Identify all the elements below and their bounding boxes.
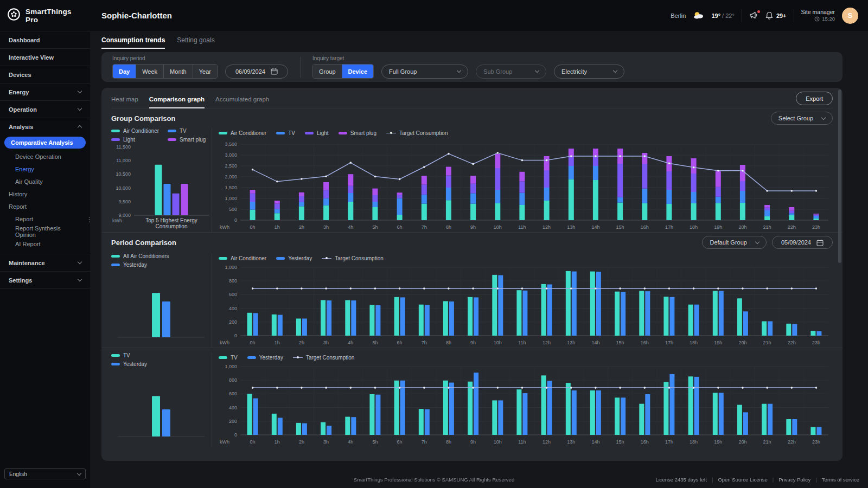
sidebar-item-operation[interactable]: Operation [0,101,90,118]
sidebar-item-interactive-view[interactable]: Interactive View [0,49,90,66]
legend-item[interactable]: Smart plug [339,130,376,136]
chevron-down-icon [77,471,81,475]
legend-item[interactable]: Light [111,137,165,143]
tab-accumulated-graph[interactable]: Accumulated graph [215,96,269,108]
footer-link-terms[interactable]: Terms of service [822,477,859,483]
legend-item[interactable]: All Air Conditioners [111,253,169,259]
sidebar-item-devices[interactable]: Devices [0,66,90,83]
svg-text:kWh: kWh [112,218,122,223]
svg-text:0: 0 [234,217,237,223]
legend-swatch [219,356,227,359]
sidebar-item-air-quality[interactable]: Air Quality [0,175,90,188]
sidebar-item-comparative-analysis[interactable]: Comparative Analysis [4,137,86,149]
sidebar-item-energy-analysis[interactable]: Energy [0,163,90,175]
legend-label: Yesterday [123,262,147,268]
sidebar-item-history[interactable]: History [0,188,90,200]
legend-item[interactable]: Light [305,130,329,136]
legend-item[interactable]: Smart plug [168,137,209,143]
legend-swatch [111,138,120,141]
svg-text:10,000: 10,000 [116,185,131,191]
divider: | [815,477,816,483]
sidebar-item-energy[interactable]: Energy [0,84,90,100]
period-year-button[interactable]: Year [193,65,217,78]
sidebar-item-report[interactable]: Report [0,213,90,225]
tab-label: Accumulated graph [215,96,269,102]
sidebar-item-analysis[interactable]: Analysis [0,118,90,135]
svg-text:18h: 18h [690,340,698,345]
target-device-button[interactable]: Device [342,65,373,78]
tv-total-chart [111,367,209,439]
notifications-button[interactable]: 29+ [765,11,787,20]
legend-item[interactable]: Air Conditioner [111,128,165,134]
legend-item[interactable]: Target Consumption [386,130,448,136]
period-day-button[interactable]: Day [113,65,136,78]
legend-item[interactable]: Target Consumption [322,255,384,261]
tab-setting-goals[interactable]: Setting goals [177,36,214,49]
legend-item[interactable]: Air Conditioner [219,255,266,261]
sidebar-resize-handle[interactable]: ⋮ [86,216,93,223]
full-group-select[interactable]: Full Group [381,65,468,79]
sidebar-item-report-group[interactable]: Report [0,200,90,213]
sidebar-item-device-operation[interactable]: Device Operation [0,150,90,163]
chevron-down-icon [821,115,826,119]
period-month-button[interactable]: Month [163,65,193,78]
tab-consumption-trends[interactable]: Consumption trends [101,36,165,49]
temp-low: 22° [725,12,735,19]
sidebar-item-dashboard[interactable]: Dashboard [0,31,90,48]
svg-text:10h: 10h [494,439,502,445]
period-date-picker[interactable]: 05/09/2024 [772,236,833,249]
scrollbar[interactable] [838,89,841,263]
weather-location: Berlin [671,12,686,19]
target-group-button[interactable]: Group [313,65,342,78]
svg-text:200: 200 [229,419,237,424]
top5-energy-chart: 9,0009,50010,00010,50011,00011,500Top 5 … [111,143,209,232]
avatar[interactable]: S [842,8,858,24]
footer-link-license[interactable]: License 2435 days left [655,477,707,483]
inquiry-date-picker[interactable]: 06/09/2024 [225,65,288,79]
svg-text:5h: 5h [372,439,378,445]
svg-text:22h: 22h [788,340,796,345]
svg-text:19h: 19h [714,224,722,230]
ac-total-chart [111,268,209,339]
export-button[interactable]: Export [796,92,833,105]
legend-item[interactable]: TV [219,355,238,361]
legend-item[interactable]: TV [276,130,295,136]
footer-link-open-source[interactable]: Open Source License [718,477,767,483]
footer-link-privacy[interactable]: Privacy Policy [778,477,810,483]
sidebar-item-ai-report[interactable]: AI Report [0,237,90,250]
sidebar-item-maintenance[interactable]: Maintenance [0,254,90,271]
sidebar-item-label: Devices [9,72,31,78]
legend-item[interactable]: TV [111,352,130,358]
inquiry-period-label: Inquiry period [112,55,288,61]
svg-text:11h: 11h [518,224,526,230]
sub-group-select[interactable]: Sub Group [476,65,546,79]
legend-item[interactable]: Yesterday [276,255,312,261]
legend-label: Target Consumption [306,355,355,361]
select-group-dropdown[interactable]: Select Group [771,112,833,125]
svg-text:kWh: kWh [220,439,229,445]
svg-text:600: 600 [229,292,237,297]
page-tabs: Consumption trends Setting goals [90,31,868,49]
energy-type-select[interactable]: Electricity [554,65,624,79]
legend-swatch [111,130,120,132]
default-group-dropdown[interactable]: Default Group [702,236,766,249]
sidebar-item-report-synthesis-opinion[interactable]: Report Synthesis Opinion [0,225,90,237]
tab-heat-map[interactable]: Heat map [111,96,138,108]
legend-item[interactable]: Yesterday [111,361,147,367]
svg-text:400: 400 [229,306,237,311]
legend-item[interactable]: Air Conditioner [219,130,266,136]
language-select[interactable]: English [4,468,86,479]
legend-item[interactable]: Target Consumption [293,355,355,361]
tab-comparison-graph[interactable]: Comparison graph [149,96,205,108]
divider [794,9,794,22]
sidebar-item-settings[interactable]: Settings [0,272,90,288]
legend-item[interactable]: TV [168,128,209,134]
announcements-button[interactable] [749,11,758,20]
period-week-button[interactable]: Week [136,65,163,78]
svg-text:17h: 17h [665,340,673,345]
svg-text:3,000: 3,000 [225,152,237,158]
legend-item[interactable]: Yesterday [111,262,147,268]
svg-text:12h: 12h [542,224,551,230]
legend-item[interactable]: Yesterday [247,355,283,361]
divider [0,288,90,289]
